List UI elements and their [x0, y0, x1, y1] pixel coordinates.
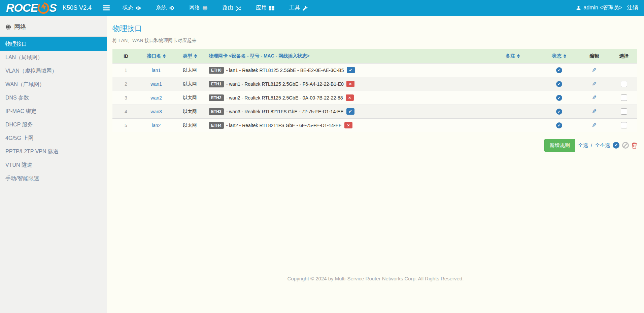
- sidebar-menu: 物理接口 LAN（局域网） VLAN（虚拟局域网） WAN（广域网） DNS 参…: [0, 37, 107, 185]
- sidebar-item[interactable]: DNS 参数: [0, 91, 107, 105]
- main-content: 物理接口 将 LAN、WAN 接口和物理网卡对应起来 ID 接口名 类型 物理网…: [107, 16, 644, 313]
- sidebar-item[interactable]: VLAN（虚拟局域网）: [0, 64, 107, 78]
- interface-name-link[interactable]: wan1: [150, 81, 162, 87]
- nav-item[interactable]: 路由: [215, 0, 248, 16]
- delete-selected-icon[interactable]: [632, 142, 637, 149]
- edit-pencil-icon[interactable]: ✎: [592, 122, 597, 129]
- table-row: 2 wan1 以太网 ETH1- wan1 - Realtek RTL8125 …: [112, 77, 637, 91]
- page-subtitle: 将 LAN、WAN 接口和物理网卡对应起来: [112, 38, 637, 44]
- sidebar-item[interactable]: 手动/智能限速: [0, 172, 107, 185]
- cell-interface-name: lan1: [139, 63, 173, 77]
- add-rule-button[interactable]: 新增规则: [544, 139, 575, 152]
- table-row: 1 lan1 以太网 ETH0- lan1 - Realtek RTL8125 …: [112, 63, 637, 77]
- username-label: admin <管理员>: [583, 4, 622, 11]
- interface-name-link[interactable]: lan1: [152, 68, 161, 73]
- sidebar-item[interactable]: PPTP/L2TP VPN 隧道: [0, 145, 107, 158]
- eth-port-badge: ETH4: [209, 122, 224, 129]
- eth-port-badge: ETH0: [209, 67, 224, 74]
- cell-interface-name: wan1: [139, 77, 173, 91]
- nav-item[interactable]: 应用: [248, 0, 282, 16]
- hamburger-menu-icon[interactable]: [102, 3, 111, 12]
- cell-select: [610, 105, 637, 118]
- sidebar-header-label: 网络: [14, 23, 26, 31]
- cable-unplugged-icon: ×: [346, 81, 354, 87]
- cell-select: [610, 91, 637, 105]
- sidebar-item-label: DNS 参数: [5, 95, 29, 101]
- cell-id: 1: [112, 63, 139, 77]
- navbar-menu: 状态 系统 网络 路由 应用 工具: [115, 0, 315, 16]
- disable-selected-icon[interactable]: [622, 142, 629, 149]
- row-checkbox[interactable]: [621, 81, 627, 87]
- cell-note: [486, 77, 540, 91]
- cell-type: 以太网: [173, 91, 207, 105]
- page-title: 物理接口: [112, 24, 637, 34]
- top-navbar: ROCE S K50S V2.4 状态 系统 网络 路由 应用 工具 admin…: [0, 0, 644, 16]
- nic-description: - wan3 - Realtek RTL8211FS GbE - 72-75-F…: [226, 109, 344, 114]
- nav-item[interactable]: 系统: [148, 0, 182, 16]
- cable-unplugged-icon: ×: [344, 122, 352, 128]
- column-header[interactable]: 接口名: [139, 49, 173, 63]
- enable-selected-icon[interactable]: ✔: [613, 142, 619, 149]
- column-header[interactable]: 类型: [173, 49, 207, 63]
- row-checkbox[interactable]: [621, 108, 627, 115]
- logout-link[interactable]: 注销: [627, 4, 638, 11]
- interface-name-link[interactable]: wan3: [150, 109, 162, 114]
- status-enabled-icon: ✔: [556, 67, 562, 73]
- column-header[interactable]: 状态: [540, 49, 578, 63]
- interface-name-link[interactable]: wan2: [150, 95, 162, 101]
- column-header-label: 备注: [506, 53, 515, 58]
- cell-nic: ETH3- wan3 - Realtek RTL8211FS GbE - 72-…: [207, 105, 486, 118]
- sidebar-item[interactable]: IP-MAC 绑定: [0, 105, 107, 118]
- copyright-footer: Copyright © 2024 by Multi-Service Router…: [107, 276, 644, 281]
- cell-edit: ✎: [578, 91, 610, 105]
- sidebar-item[interactable]: WAN（广域网）: [0, 78, 107, 91]
- select-none-link[interactable]: 全不选: [595, 142, 610, 149]
- cell-nic: ETH4- lan2 - Realtek RTL8211FS GbE - 6E-…: [207, 118, 486, 132]
- cell-note: [486, 63, 540, 77]
- column-header-label: 类型: [183, 53, 192, 58]
- nav-item-label: 路由: [223, 4, 233, 11]
- cell-id: 5: [112, 118, 139, 132]
- brand-logo[interactable]: ROCE S: [6, 1, 57, 14]
- nav-item[interactable]: 状态: [115, 0, 148, 16]
- shuffle-icon: [236, 5, 241, 11]
- select-all-link[interactable]: 全选: [578, 142, 588, 149]
- nav-item-label: 工具: [289, 4, 300, 11]
- nav-item[interactable]: 工具: [282, 0, 315, 16]
- status-enabled-icon: ✔: [556, 109, 562, 115]
- edit-pencil-icon[interactable]: ✎: [592, 108, 597, 115]
- sidebar-item-label: PPTP/L2TP VPN 隧道: [5, 149, 59, 154]
- cell-type: 以太网: [173, 77, 207, 91]
- column-header[interactable]: 备注: [486, 49, 540, 63]
- cell-status: ✔: [540, 91, 578, 105]
- row-checkbox[interactable]: [621, 122, 627, 128]
- sidebar-item[interactable]: VTUN 隧道: [0, 158, 107, 172]
- sidebar-item[interactable]: 4G/5G 上网: [0, 131, 107, 145]
- sidebar-item[interactable]: 物理接口: [0, 37, 107, 51]
- sort-icon: [564, 54, 566, 58]
- sidebar-item[interactable]: DHCP 服务: [0, 118, 107, 131]
- sidebar-item-label: VLAN（虚拟局域网）: [5, 68, 57, 74]
- row-checkbox[interactable]: [621, 94, 627, 101]
- cell-status: ✔: [540, 118, 578, 132]
- interface-name-link[interactable]: lan2: [152, 123, 161, 128]
- cell-type: 以太网: [173, 118, 207, 132]
- cell-interface-name: lan2: [139, 118, 173, 132]
- column-header: ID: [112, 49, 139, 63]
- edit-pencil-icon[interactable]: ✎: [592, 94, 597, 101]
- sidebar-item-label: DHCP 服务: [5, 122, 33, 127]
- sidebar-item[interactable]: LAN（局域网）: [0, 51, 107, 64]
- nic-description: - lan2 - Realtek RTL8211FS GbE - 6E-75-F…: [226, 123, 342, 128]
- cell-edit: ✎: [578, 105, 610, 118]
- sidebar-item-label: 物理接口: [5, 41, 27, 47]
- device-model-label: K50S V2.4: [63, 4, 92, 11]
- nav-item[interactable]: 网络: [182, 0, 215, 16]
- edit-pencil-icon[interactable]: ✎: [592, 80, 597, 87]
- nav-item-label: 应用: [256, 4, 267, 11]
- edit-pencil-icon[interactable]: ✎: [592, 67, 597, 74]
- sort-icon: [163, 54, 166, 58]
- phoenix-logo-icon: [37, 2, 50, 14]
- brand-text-right: S: [49, 1, 57, 14]
- brand-text-left: ROCE: [6, 1, 38, 14]
- sidebar-item-label: IP-MAC 绑定: [5, 108, 36, 114]
